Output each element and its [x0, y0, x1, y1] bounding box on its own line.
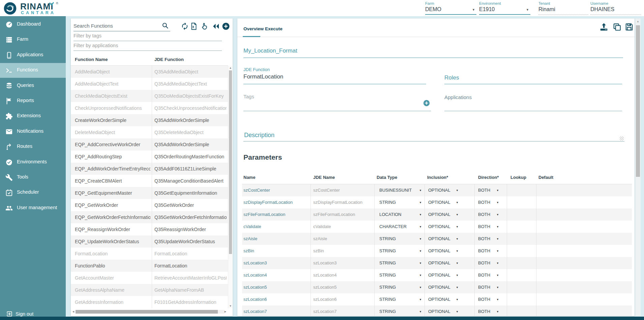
tags-field[interactable]: Tags [243, 94, 254, 99]
filter-by-applications-input[interactable]: Filter by applications [74, 43, 118, 48]
sidebar-item-farm[interactable]: Farm [0, 32, 66, 47]
param-data-type-select[interactable]: STRING [379, 306, 417, 316]
filter-by-tags-input[interactable]: Filter by tags [74, 33, 101, 38]
param-data-type-select[interactable]: STRING [379, 245, 417, 257]
dropdown-arrow-icon[interactable]: ▼ [456, 298, 459, 301]
dropdown-arrow-icon[interactable]: ▼ [419, 274, 422, 277]
dropdown-arrow-icon[interactable]: ▼ [456, 201, 459, 204]
dropdown-arrow-icon[interactable]: ▼ [419, 189, 422, 192]
param-direction-select[interactable]: BOTH [478, 221, 495, 233]
function-list-row[interactable]: EQP_GetWorkOrderFetchInformationQ35GetWo… [71, 211, 228, 223]
tab-execute[interactable]: Execute [265, 26, 283, 31]
param-inclusion-select[interactable]: OPTIONAL [428, 293, 455, 306]
param-data-type-select[interactable]: BUSINESSUNIT [379, 184, 417, 196]
save-icon[interactable] [625, 23, 634, 31]
function-list-row[interactable]: EQP_CreateCBMAlertQ35ManageConditionBase… [71, 175, 228, 187]
dropdown-arrow-icon[interactable]: ▼ [419, 262, 422, 265]
applications-field[interactable]: Applications [444, 94, 472, 100]
dropdown-arrow-icon[interactable]: ▼ [419, 286, 422, 289]
list-vertical-scrollbar[interactable]: ▲ ▼ [228, 66, 232, 308]
header-field-environment[interactable]: EnvironmentE1910▼ [479, 1, 530, 15]
dropdown-arrow-icon[interactable]: ▼ [456, 225, 459, 228]
dropdown-arrow-icon[interactable]: ▼ [456, 274, 459, 277]
sidebar-item-applications[interactable]: Applications [0, 48, 66, 63]
function-list-row[interactable]: EQP_GetWorkOrderQ35GetWorkOrder [71, 199, 228, 211]
sidebar-item-scheduler[interactable]: Scheduler [0, 185, 66, 200]
dropdown-arrow-icon[interactable]: ▼ [419, 298, 422, 301]
dropdown-arrow-icon[interactable]: ▼ [496, 201, 499, 204]
dropdown-arrow-icon[interactable]: ▼ [496, 298, 499, 301]
param-direction-select[interactable]: BOTH [478, 281, 495, 293]
header-field-username[interactable]: UsernameDHAINES [590, 1, 641, 15]
param-inclusion-select[interactable]: OPTIONAL [428, 257, 455, 269]
add-icon[interactable] [222, 22, 230, 30]
dropdown-arrow-icon[interactable]: ▼ [419, 213, 422, 216]
param-inclusion-select[interactable]: OPTIONAL [428, 281, 455, 293]
param-inclusion-select[interactable]: OPTIONAL [428, 196, 455, 209]
param-name-link[interactable]: szFileFormatLocation [243, 209, 309, 221]
function-name-field[interactable]: My_Location_Format [243, 47, 297, 54]
dropdown-arrow-icon[interactable]: ▼ [496, 274, 499, 277]
textarea-resize-handle-icon[interactable] [620, 136, 624, 140]
param-name-link[interactable]: szLocation4 [243, 269, 309, 281]
dropdown-arrow-icon[interactable]: ▼ [419, 225, 422, 228]
sidebar-item-queries[interactable]: Queries [0, 78, 66, 93]
param-direction-select[interactable]: BOTH [478, 196, 495, 209]
function-list-row[interactable]: EQP_AddCorrectiveWorkOrderQ35AddWorkOrde… [71, 138, 228, 151]
dropdown-arrow-icon[interactable]: ▼ [526, 8, 529, 11]
param-name-link[interactable]: szLocation7 [243, 306, 309, 316]
dropdown-arrow-icon[interactable]: ▼ [496, 213, 499, 216]
function-list-row[interactable]: GetAccountMasterRetrieveAccountMasterInf… [71, 272, 228, 284]
dropdown-arrow-icon[interactable]: ▼ [456, 237, 459, 241]
param-inclusion-select[interactable]: OPTIONAL [428, 245, 455, 257]
param-name-link[interactable]: szLocation5 [243, 281, 309, 293]
param-direction-select[interactable]: BOTH [478, 209, 495, 221]
param-direction-select[interactable]: BOTH [478, 293, 495, 306]
param-direction-select[interactable]: BOTH [478, 306, 495, 316]
function-list-row[interactable]: CheckUnprocessedNotificationsQ35CheckUnp… [71, 102, 228, 114]
function-list-row[interactable]: AddMediaObjectTextQ35AddMediaObjectText [71, 78, 228, 90]
sidebar-item-extensions[interactable]: Extensions [0, 109, 66, 124]
dropdown-arrow-icon[interactable]: ▼ [496, 225, 499, 228]
function-list-row[interactable]: FormatLocationFormatLocation [71, 248, 228, 260]
search-icon[interactable] [162, 22, 169, 29]
header-field-value[interactable]: Rinami [538, 6, 588, 12]
param-name-link[interactable]: szAisle [243, 233, 309, 245]
function-list-row[interactable]: GetAddressInformationF0101GetAddressInfo… [71, 296, 228, 308]
function-list-row[interactable]: CreateWorkOrderSimpleQ35AddWorkOrderSimp… [71, 114, 228, 126]
param-data-type-select[interactable]: STRING [379, 233, 417, 245]
param-data-type-select[interactable]: STRING [379, 293, 417, 306]
sidebar-item-user-management[interactable]: User management [0, 201, 66, 216]
sidebar-item-environments[interactable]: Environments [0, 155, 66, 170]
sidebar-item-functions[interactable]: Functions [0, 63, 66, 78]
dropdown-arrow-icon[interactable]: ▼ [456, 250, 459, 253]
tab-overview[interactable]: Overview [243, 26, 264, 31]
dropdown-arrow-icon[interactable]: ▼ [496, 237, 499, 241]
main-vertical-scrollbar[interactable]: ▲ [635, 19, 641, 316]
scroll-down-arrow-icon[interactable]: ▼ [228, 305, 233, 308]
param-direction-select[interactable]: BOTH [478, 257, 495, 269]
param-inclusion-select[interactable]: OPTIONAL [428, 269, 455, 281]
excel-icon[interactable]: x [190, 22, 198, 30]
param-inclusion-select[interactable]: OPTIONAL [428, 184, 455, 196]
param-direction-select[interactable]: BOTH [478, 184, 495, 196]
param-inclusion-select[interactable]: OPTIONAL [428, 221, 455, 233]
param-inclusion-select[interactable]: OPTIONAL [428, 306, 455, 316]
scroll-up-arrow-icon[interactable]: ▲ [228, 66, 233, 69]
add-tag-icon[interactable] [423, 99, 430, 107]
dropdown-arrow-icon[interactable]: ▼ [419, 201, 422, 204]
scroll-right-arrow-icon[interactable]: ► [224, 310, 227, 313]
param-data-type-select[interactable]: STRING [379, 196, 417, 209]
rewind-icon[interactable] [212, 22, 220, 30]
param-direction-select[interactable]: BOTH [478, 245, 495, 257]
list-vertical-scroll-thumb[interactable] [229, 70, 232, 254]
sidebar-item-dashboard[interactable]: Dashboard [0, 17, 66, 32]
header-field-value[interactable]: DEMO [425, 6, 476, 12]
dropdown-arrow-icon[interactable]: ▼ [456, 213, 459, 216]
dropdown-arrow-icon[interactable]: ▼ [472, 8, 475, 11]
param-data-type-select[interactable]: STRING [379, 281, 417, 293]
main-vertical-scroll-thumb[interactable] [636, 25, 640, 177]
dropdown-arrow-icon[interactable]: ▼ [496, 189, 499, 192]
function-list-row[interactable]: AddMediaObjectQ35AddMediaObject [71, 66, 228, 78]
roles-field[interactable]: Roles [444, 74, 459, 81]
